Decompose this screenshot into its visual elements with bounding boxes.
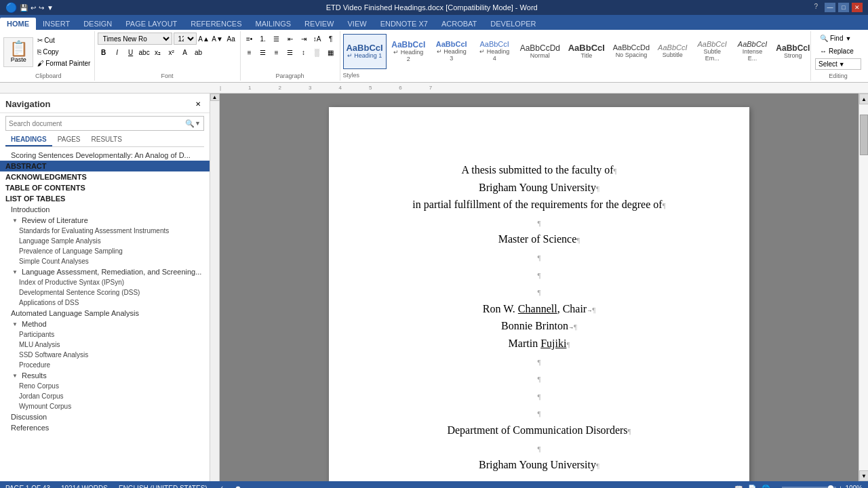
close-btn[interactable]: ✕ bbox=[852, 3, 863, 12]
show-formatting-btn[interactable]: ¶ bbox=[325, 33, 337, 45]
decrease-font-btn[interactable]: A▼ bbox=[212, 33, 224, 45]
help-btn[interactable]: ? bbox=[810, 3, 822, 12]
format-painter-button[interactable]: 🖌 Format Painter bbox=[35, 58, 93, 68]
nav-item-standards[interactable]: Standards for Evaluating Assessment Inst… bbox=[0, 226, 210, 236]
increase-indent-btn[interactable]: ⇥ bbox=[298, 33, 310, 45]
cut-button[interactable]: ✂ Cut bbox=[35, 35, 93, 45]
tab-page-layout[interactable]: PAGE LAYOUT bbox=[119, 18, 184, 30]
paste-button[interactable]: 📋 Paste bbox=[3, 37, 33, 67]
nav-close-btn[interactable]: ✕ bbox=[192, 98, 204, 110]
bold-button[interactable]: B bbox=[98, 46, 110, 58]
view-print-btn[interactable]: 📄 bbox=[748, 485, 756, 489]
font-size-select[interactable]: 12 bbox=[174, 33, 197, 45]
nav-item-jordan[interactable]: Jordan Corpus bbox=[0, 391, 210, 401]
search-input[interactable] bbox=[9, 120, 185, 127]
style-heading2-btn[interactable]: AaBbCcI ↵ Heading 2 bbox=[388, 34, 429, 69]
nav-item-abstract[interactable]: ABSTRACT bbox=[0, 161, 210, 171]
collapse-method-btn[interactable]: ▼ bbox=[11, 320, 19, 328]
zoom-out-btn[interactable]: − bbox=[775, 485, 779, 489]
numbering-btn[interactable]: 1. bbox=[257, 33, 269, 45]
nav-item-ssd[interactable]: SSD Software Analysis bbox=[0, 350, 210, 360]
nav-item-toc[interactable]: TABLE OF CONTENTS bbox=[0, 182, 210, 193]
nav-item-automated[interactable]: Automated Language Sample Analysis bbox=[0, 308, 210, 319]
line-spacing-btn[interactable]: ↕ bbox=[298, 46, 310, 58]
nav-item-simple-count[interactable]: Simple Count Analyses bbox=[0, 256, 210, 266]
scroll-down-btn[interactable]: ▼ bbox=[859, 470, 868, 481]
italic-button[interactable]: I bbox=[111, 46, 123, 58]
nav-item-reno[interactable]: Reno Corpus bbox=[0, 381, 210, 391]
sort-btn[interactable]: ↕A bbox=[311, 33, 323, 45]
style-heading4-btn[interactable]: AaBbCcI ↵ Heading 4 bbox=[473, 34, 515, 69]
nav-tab-headings[interactable]: HEADINGS bbox=[5, 134, 52, 146]
align-center-btn[interactable]: ☰ bbox=[257, 46, 269, 58]
view-web-btn[interactable]: 🌐 bbox=[762, 485, 770, 489]
nav-item-acknowledgments[interactable]: ACKNOWLEDGMENTS bbox=[0, 171, 210, 182]
language-btn[interactable]: ENGLISH (UNITED STATES) bbox=[119, 485, 208, 489]
nav-tab-pages[interactable]: PAGES bbox=[52, 134, 86, 146]
scroll-up-btn[interactable]: ▲ bbox=[859, 94, 868, 104]
tab-insert[interactable]: INSERT bbox=[36, 18, 77, 30]
collapse-review-btn[interactable]: ▼ bbox=[11, 216, 19, 224]
strikethrough-button[interactable]: abc bbox=[138, 46, 151, 58]
style-heading3-btn[interactable]: AaBbCcI ↵ Heading 3 bbox=[431, 34, 472, 69]
scroll-track[interactable] bbox=[859, 104, 868, 470]
nav-item-discussion[interactable]: Discussion bbox=[0, 411, 210, 422]
tab-acrobat[interactable]: ACROBAT bbox=[435, 18, 484, 30]
nav-item-participants[interactable]: Participants bbox=[0, 329, 210, 340]
underline-button[interactable]: U bbox=[125, 46, 137, 58]
replace-button[interactable]: ↔ Replace bbox=[815, 45, 861, 57]
style-subtleem-btn[interactable]: AaBbCcI Subtle Em... bbox=[692, 34, 732, 69]
tab-view[interactable]: VIEW bbox=[341, 18, 374, 30]
border-btn[interactable]: ▦ bbox=[325, 46, 337, 58]
style-heading1-btn[interactable]: AaBbCcI ↵ Heading 1 bbox=[343, 34, 387, 69]
highlight-btn[interactable]: ab bbox=[193, 46, 205, 58]
nav-item-introduction[interactable]: Introduction bbox=[0, 204, 210, 215]
style-nospace-btn[interactable]: AaBbCcDd No Spacing bbox=[610, 34, 653, 69]
collapse-lang-btn[interactable]: ▼ bbox=[11, 268, 19, 276]
nav-item-references[interactable]: References bbox=[0, 422, 210, 433]
find-button[interactable]: 🔍 Find ▼ bbox=[815, 33, 861, 44]
tab-references[interactable]: REFERENCES bbox=[184, 18, 248, 30]
subscript-button[interactable]: x₂ bbox=[152, 46, 164, 58]
zoom-in-btn[interactable]: + bbox=[839, 485, 843, 489]
font-name-select[interactable]: Times New Ro bbox=[98, 33, 172, 45]
copy-button[interactable]: ⎘ Copy bbox=[35, 47, 93, 57]
tab-home[interactable]: HOME bbox=[0, 18, 36, 30]
justify-btn[interactable]: ☰ bbox=[284, 46, 296, 58]
nav-item-dss[interactable]: Developmental Sentence Scoring (DSS) bbox=[0, 287, 210, 298]
nav-item-applications-dss[interactable]: Applications of DSS bbox=[0, 298, 210, 308]
document-scroll-area[interactable]: A thesis submitted to the faculty of¶ Br… bbox=[220, 94, 859, 481]
nav-item-procedure[interactable]: Procedure bbox=[0, 360, 210, 370]
tab-developer[interactable]: DEVELOPER bbox=[484, 18, 542, 30]
nav-item-mlu[interactable]: MLU Analysis bbox=[0, 340, 210, 350]
nav-item-scoring[interactable]: Scoring Sentences Developmentally: An An… bbox=[0, 150, 210, 161]
style-strong-btn[interactable]: AaBbCcI Strong bbox=[772, 34, 811, 69]
align-left-btn[interactable]: ≡ bbox=[243, 46, 256, 58]
macro-record-btn[interactable]: ⏺ bbox=[235, 485, 241, 489]
navigation-search[interactable]: 🔍 ▼ bbox=[5, 116, 204, 131]
tab-endnote[interactable]: ENDNOTE X7 bbox=[374, 18, 435, 30]
nav-item-lang-assess[interactable]: ▼ Language Assessment, Remediation, and … bbox=[0, 266, 210, 277]
clear-format-btn[interactable]: Aa bbox=[225, 33, 237, 45]
nav-item-method[interactable]: ▼ Method bbox=[0, 319, 210, 329]
tab-review[interactable]: REVIEW bbox=[298, 18, 340, 30]
style-title-btn[interactable]: AaBbCcI Title bbox=[565, 34, 608, 69]
tab-design[interactable]: DESIGN bbox=[77, 18, 119, 30]
scroll-up-left-btn[interactable]: ▲ bbox=[210, 94, 220, 101]
style-normal-btn[interactable]: AaBbCcDd Normal bbox=[517, 34, 564, 69]
multilevel-btn[interactable]: ☰ bbox=[271, 33, 283, 45]
style-subtitle-btn[interactable]: AaBbCcI Subtitle bbox=[654, 34, 691, 69]
nav-item-prevalence[interactable]: Prevalence of Language Sampling bbox=[0, 246, 210, 256]
increase-font-btn[interactable]: A▲ bbox=[198, 33, 210, 45]
align-right-btn[interactable]: ≡ bbox=[271, 46, 283, 58]
nav-tab-results[interactable]: RESULTS bbox=[86, 134, 127, 146]
nav-item-language-sample[interactable]: Language Sample Analysis bbox=[0, 236, 210, 246]
scroll-thumb[interactable] bbox=[860, 115, 868, 155]
bullets-btn[interactable]: ≡• bbox=[243, 33, 256, 45]
minimize-btn[interactable]: — bbox=[825, 3, 835, 12]
nav-item-results[interactable]: ▼ Results bbox=[0, 370, 210, 381]
nav-item-ipsyn[interactable]: Index of Productive Syntax (IPSyn) bbox=[0, 277, 210, 287]
nav-item-wymount[interactable]: Wymount Corpus bbox=[0, 401, 210, 411]
nav-item-review[interactable]: ▼ Review of Literature bbox=[0, 215, 210, 226]
font-color-btn[interactable]: A bbox=[179, 46, 191, 58]
